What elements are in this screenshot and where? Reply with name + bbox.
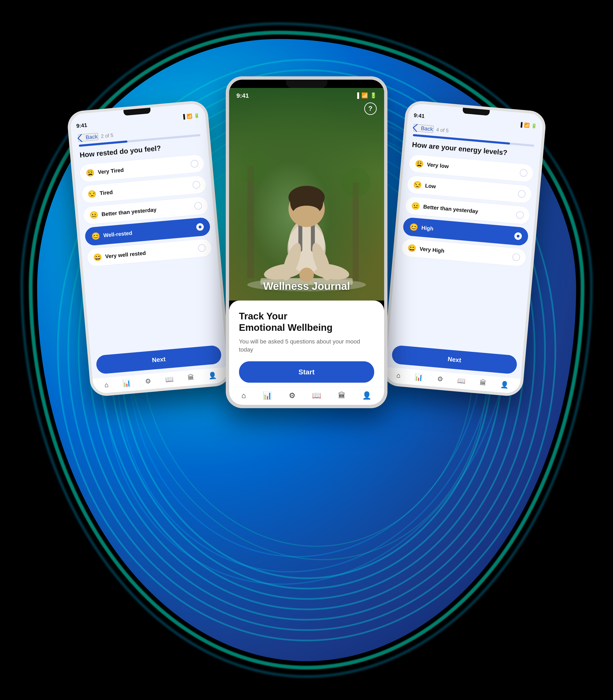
left-nav-book-icon[interactable]: 📖 — [165, 375, 174, 383]
very-high-label: Very High — [419, 245, 509, 260]
center-nav-building-icon[interactable]: 🏛 — [338, 391, 345, 400]
high-emoji: 😊 — [409, 222, 418, 231]
center-nav-sliders-icon[interactable]: ⚙ — [289, 391, 296, 400]
signal-icon: ▐ — [181, 114, 185, 119]
left-status-time: 9:41 — [76, 122, 87, 129]
wellness-card-title: Track Your Emotional Wellbeing — [239, 310, 374, 333]
phones-container: 9:41 ▐ 📶 🔋 Back 2 of 5 — [37, 60, 576, 640]
wellness-card: Track Your Emotional Wellbeing You will … — [229, 301, 384, 387]
left-nav-chart-icon[interactable]: 📊 — [122, 379, 131, 387]
wellness-hero-section: 9:41 ▐ 📶 🔋 ? Wellness Journal — [229, 88, 384, 301]
wellness-hero-image — [229, 88, 384, 301]
card-title-line1: Track Your — [239, 311, 288, 321]
left-phone-screen: 9:41 ▐ 📶 🔋 Back 2 of 5 — [69, 103, 229, 394]
start-button[interactable]: Start — [239, 361, 374, 383]
well-rested-label: Well-rested — [103, 224, 193, 239]
right-wifi-icon: 📶 — [524, 122, 530, 128]
center-status-time: 9:41 — [236, 92, 249, 99]
svg-rect-30 — [353, 182, 358, 281]
center-phone-screen: 9:41 ▐ 📶 🔋 ? Wellness Journal — [229, 80, 384, 405]
very-low-emoji: 😩 — [415, 159, 424, 168]
right-better-emoji: 😐 — [411, 201, 420, 211]
svg-rect-28 — [247, 166, 254, 278]
very-tired-check — [190, 160, 198, 168]
right-signal-icon: ▐ — [519, 122, 523, 127]
svg-point-29 — [241, 150, 267, 182]
left-nav-home-icon[interactable]: ⌂ — [104, 381, 109, 389]
right-phone: 9:41 ▐ 📶 🔋 Back 4 of 5 — [381, 100, 547, 397]
very-high-emoji: 😄 — [407, 243, 416, 253]
better-emoji: 😐 — [89, 211, 99, 220]
center-signal-icon: ▐ — [355, 92, 359, 99]
center-battery-icon: 🔋 — [370, 92, 377, 99]
svg-point-31 — [341, 168, 370, 197]
right-battery-icon: 🔋 — [531, 123, 537, 129]
right-back-chevron-icon — [413, 124, 421, 132]
very-low-label: Very low — [427, 161, 517, 176]
tired-emoji: 😒 — [87, 189, 96, 199]
center-nav-chart-icon[interactable]: 📊 — [263, 391, 272, 400]
center-status-bar: 9:41 ▐ 📶 🔋 — [229, 88, 384, 101]
very-high-check — [512, 253, 520, 261]
center-status-icons: ▐ 📶 🔋 — [355, 92, 377, 99]
left-nav-sliders-icon[interactable]: ⚙ — [144, 377, 151, 385]
wellness-title-text: Wellness Journal — [263, 280, 350, 292]
right-options-list: 😩 Very low 😒 Low 😐 Better than yesterday… — [388, 152, 539, 352]
very-low-check — [520, 169, 527, 177]
battery-icon: 🔋 — [193, 112, 199, 118]
left-options-list: 😩 Very Tired 😒 Tired 😐 Better than yeste… — [74, 152, 225, 352]
right-nav-building-icon[interactable]: 🏛 — [479, 379, 486, 387]
yoga-figure-illustration — [241, 130, 373, 301]
check-dot-icon — [198, 225, 201, 228]
very-well-label: Very well rested — [105, 245, 195, 260]
high-label: High — [421, 225, 511, 239]
very-tired-label: Very Tired — [97, 161, 187, 176]
center-phone: 9:41 ▐ 📶 🔋 ? Wellness Journal — [226, 76, 388, 408]
very-well-emoji: 😄 — [93, 253, 102, 262]
low-label: Low — [425, 182, 515, 196]
right-nav-book-icon[interactable]: 📖 — [457, 377, 466, 385]
right-nav-sliders-icon[interactable]: ⚙ — [436, 375, 443, 383]
low-check — [518, 190, 526, 198]
right-nav-chart-icon[interactable]: 📊 — [414, 373, 423, 381]
center-nav-person-icon[interactable]: 👤 — [362, 391, 371, 400]
tired-check — [192, 181, 200, 189]
right-better-check — [516, 211, 524, 219]
wellness-app-title: Wellness Journal — [263, 280, 350, 292]
card-title-line2: Emotional Wellbeing — [239, 322, 333, 333]
right-back-label: Back — [421, 125, 433, 132]
left-progress-fill — [79, 140, 128, 147]
right-nav-person-icon[interactable]: 👤 — [500, 380, 509, 389]
right-check-dot-icon — [517, 234, 520, 238]
center-nav-book-icon[interactable]: 📖 — [312, 391, 321, 400]
very-tired-emoji: 😩 — [86, 168, 95, 177]
center-phone-notch — [286, 80, 327, 88]
center-bottom-nav: ⌂ 📊 ⚙ 📖 🏛 👤 — [229, 387, 384, 405]
very-well-check — [198, 244, 206, 252]
right-back-button[interactable]: Back — [413, 124, 433, 133]
left-phone: 9:41 ▐ 📶 🔋 Back 2 of 5 — [66, 100, 232, 397]
center-wifi-icon: 📶 — [361, 92, 368, 99]
right-phone-screen: 9:41 ▐ 📶 🔋 Back 4 of 5 — [384, 103, 544, 394]
left-status-icons: ▐ 📶 🔋 — [181, 112, 200, 119]
center-nav-home-icon[interactable]: ⌂ — [242, 391, 246, 400]
help-label: ? — [368, 105, 373, 112]
help-button[interactable]: ? — [364, 102, 377, 115]
left-nav-person-icon[interactable]: 👤 — [208, 371, 217, 380]
back-chevron-icon — [77, 134, 86, 142]
well-rested-check — [196, 223, 204, 231]
right-status-time: 9:41 — [413, 112, 425, 119]
high-check — [514, 232, 522, 240]
better-check — [194, 202, 202, 210]
right-better-label: Better than yesterday — [423, 203, 513, 218]
well-rested-emoji: 😊 — [91, 231, 100, 241]
low-emoji: 😒 — [413, 180, 422, 189]
svg-point-24 — [294, 205, 319, 219]
wifi-icon: 📶 — [186, 113, 192, 119]
left-back-button[interactable]: Back — [78, 133, 98, 142]
right-nav-home-icon[interactable]: ⌂ — [396, 371, 401, 379]
left-nav-building-icon[interactable]: 🏛 — [187, 373, 194, 381]
left-step-label: 2 of 5 — [101, 132, 113, 139]
left-back-label: Back — [85, 133, 97, 141]
better-label: Better than yesterday — [101, 203, 191, 218]
